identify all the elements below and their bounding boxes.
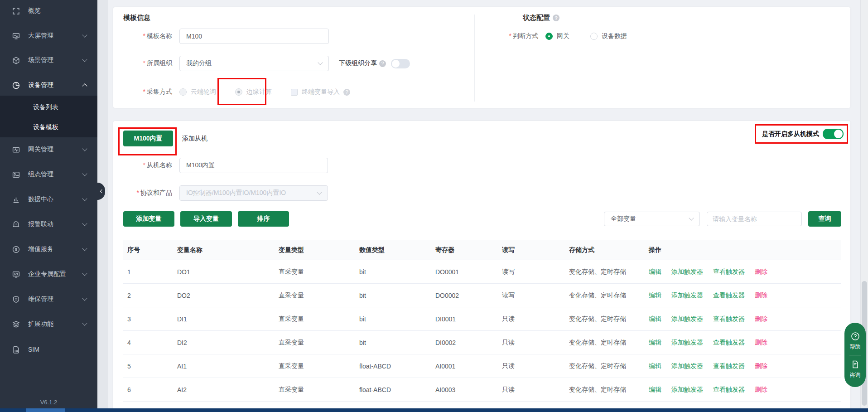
multi-slave-mode-toggle[interactable] xyxy=(823,129,844,139)
view-trigger-link[interactable]: 查看触发器 xyxy=(713,315,745,323)
chevron-down-icon xyxy=(82,57,87,62)
add-trigger-link[interactable]: 添加触发器 xyxy=(671,291,703,300)
checkbox-terminal-import: 终端变量导入 xyxy=(291,88,350,96)
sidebar-item-label: 概览 xyxy=(28,7,41,15)
help-question-icon xyxy=(343,89,350,96)
add-trigger-link[interactable]: 添加触发器 xyxy=(671,268,703,276)
table-row: 3 DI1 直采变量 bit DI0001 只读 变化存储、定时存储 编辑 添加… xyxy=(123,307,841,331)
chevron-down-icon xyxy=(82,146,87,151)
radio-cloud-polling: 云端轮询 xyxy=(179,88,216,96)
radio-selected-icon xyxy=(235,88,242,96)
delete-link[interactable]: 删除 xyxy=(755,268,767,276)
view-trigger-link[interactable]: 查看触发器 xyxy=(713,291,745,300)
add-trigger-link[interactable]: 添加触发器 xyxy=(671,315,703,323)
sidebar-item-overview[interactable]: 概览 xyxy=(0,2,97,20)
share-toggle[interactable] xyxy=(391,59,410,68)
horizontal-scrollbar xyxy=(0,408,868,412)
help-question-icon[interactable] xyxy=(379,60,386,67)
radio-icon xyxy=(590,33,598,40)
sidebar-item-extension[interactable]: 扩展功能 xyxy=(0,315,97,333)
delete-link[interactable]: 删除 xyxy=(755,386,767,394)
document-icon xyxy=(850,359,860,369)
variable-filter-select[interactable]: 全部变量 xyxy=(604,212,700,226)
field-label: 协议和产品 xyxy=(140,189,172,196)
delete-link[interactable]: 删除 xyxy=(755,339,767,347)
protocol-product-select: IO控制器/M100内置IO/M100内置IO xyxy=(179,185,328,201)
add-trigger-link[interactable]: 添加触发器 xyxy=(671,339,703,347)
sidebar-item-big-screen[interactable]: 大屏管理 xyxy=(0,27,97,45)
sidebar-item-device-list[interactable]: 设备列表 xyxy=(0,98,97,116)
value-added-icon xyxy=(12,245,20,254)
chevron-down-icon xyxy=(317,189,322,194)
big-screen-icon xyxy=(12,32,20,40)
organization-select[interactable]: 我的分组 xyxy=(179,56,329,71)
variable-search-input[interactable] xyxy=(707,212,802,226)
edit-link[interactable]: 编辑 xyxy=(649,386,661,394)
sidebar-item-device-template[interactable]: 设备模板 xyxy=(0,118,97,136)
sidebar-item-enterprise[interactable]: 企业专属配置 xyxy=(0,265,97,283)
divider xyxy=(849,355,861,355)
alarm-icon xyxy=(12,220,20,229)
sidebar-item-sim[interactable]: SIM xyxy=(0,340,97,359)
add-variable-button[interactable]: 添加变量 xyxy=(123,211,174,227)
app-version: V6.1.2 xyxy=(0,399,97,406)
chevron-down-icon xyxy=(82,32,87,37)
checkbox-icon xyxy=(291,89,298,96)
radio-gateway[interactable]: 网关 xyxy=(545,32,569,40)
chevron-down-icon xyxy=(82,221,87,226)
consult-button[interactable]: 咨询 xyxy=(850,359,861,379)
share-label: 下级组织分享 xyxy=(339,59,377,68)
chevron-down-icon xyxy=(82,296,87,301)
help-button[interactable]: 帮助 xyxy=(850,331,861,351)
sidebar-item-value-added[interactable]: 增值服务 xyxy=(0,240,97,258)
view-trigger-link[interactable]: 查看触发器 xyxy=(713,386,745,394)
radio-edge-computing: 边缘计算 xyxy=(235,88,272,96)
radio-device-data[interactable]: 设备数据 xyxy=(590,32,627,40)
edit-link[interactable]: 编辑 xyxy=(649,339,661,347)
gateway-icon xyxy=(12,145,20,154)
sort-button[interactable]: 排序 xyxy=(238,211,289,227)
view-trigger-link[interactable]: 查看触发器 xyxy=(713,339,745,347)
view-trigger-link[interactable]: 查看触发器 xyxy=(713,268,745,276)
sidebar-submenu: 设备列表 设备模板 xyxy=(0,96,97,137)
radio-selected-icon xyxy=(545,33,553,40)
view-trigger-link[interactable]: 查看触发器 xyxy=(713,362,745,370)
sidebar-item-gateway[interactable]: 网关管理 xyxy=(0,141,97,159)
delete-link[interactable]: 删除 xyxy=(755,291,767,300)
maintenance-icon xyxy=(12,295,20,304)
edit-link[interactable]: 编辑 xyxy=(649,315,661,323)
edit-link[interactable]: 编辑 xyxy=(649,362,661,370)
sidebar-item-alarm[interactable]: 报警联动 xyxy=(0,215,97,233)
chevron-down-icon xyxy=(82,196,87,201)
slave-tab-button[interactable]: M100内置 xyxy=(123,131,173,146)
sidebar-item-maintenance[interactable]: 维保管理 xyxy=(0,290,97,308)
table-row: 2 DO2 直采变量 bit DO0002 读写 变化存储、定时存储 编辑 添加… xyxy=(123,284,841,307)
add-trigger-link[interactable]: 添加触发器 xyxy=(671,386,703,394)
edit-link[interactable]: 编辑 xyxy=(649,291,661,300)
slave-name-input[interactable] xyxy=(179,158,328,173)
sidebar-item-device[interactable]: 设备管理 xyxy=(0,76,97,94)
delete-link[interactable]: 删除 xyxy=(755,362,767,370)
slave-config-card: M100内置 添加从机 是否开启多从机模式 *从机名称 *协议和产品 IO控制器… xyxy=(113,121,850,412)
radio-icon xyxy=(179,88,187,96)
delete-link[interactable]: 删除 xyxy=(755,315,767,323)
field-label: 所属组织 xyxy=(147,59,172,67)
table-row: 1 DO1 直采变量 bit DO0001 读写 变化存储、定时存储 编辑 添加… xyxy=(123,260,841,284)
template-name-input[interactable] xyxy=(179,29,329,44)
table-row: 6 AI2 直采变量 float-ABCD AI0003 只读 变化存储、定时存… xyxy=(123,378,841,402)
add-trigger-link[interactable]: 添加触发器 xyxy=(671,362,703,370)
horizontal-scrollbar-thumb[interactable] xyxy=(26,408,65,412)
extension-icon xyxy=(12,320,20,329)
help-question-icon[interactable] xyxy=(553,15,559,21)
sidebar-item-scene[interactable]: 场景管理 xyxy=(0,51,97,69)
sidebar-item-data-center[interactable]: 数据中心 xyxy=(0,190,97,208)
chevron-down-icon xyxy=(82,320,87,325)
scada-icon xyxy=(12,170,20,179)
chevron-down-icon xyxy=(689,215,694,220)
query-button[interactable]: 查询 xyxy=(808,211,841,227)
sidebar-item-scada[interactable]: 组态管理 xyxy=(0,165,97,184)
edit-link[interactable]: 编辑 xyxy=(649,268,661,276)
import-variable-button[interactable]: 导入变量 xyxy=(180,211,232,227)
chevron-down-icon xyxy=(82,271,87,276)
add-slave-link[interactable]: 添加从机 xyxy=(182,135,207,143)
